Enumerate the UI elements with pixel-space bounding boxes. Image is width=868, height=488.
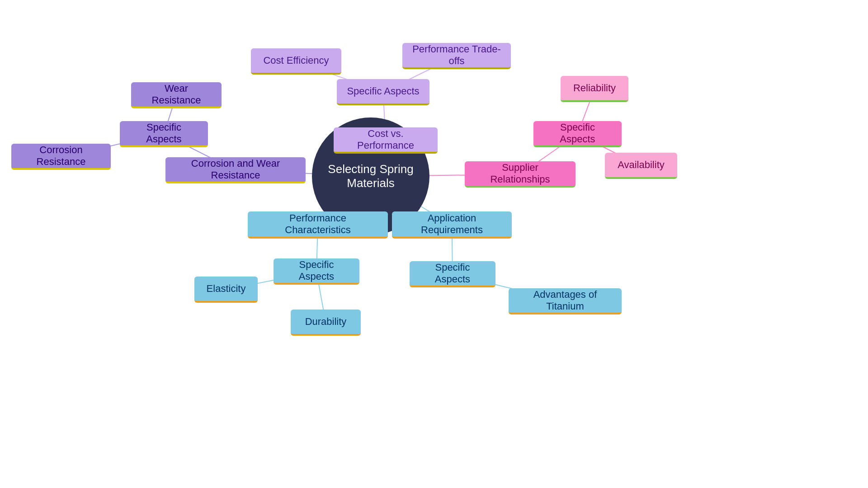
cost-efficiency-node: Cost Efficiency: [251, 48, 341, 75]
specific-aspects-app-node: Specific Aspects: [410, 261, 495, 287]
reliability-node: Reliability: [561, 76, 628, 102]
specific-aspects-pink-node: Specific Aspects: [533, 121, 622, 147]
center-label: Selecting Spring Materials: [312, 162, 429, 190]
performance-characteristics-node: Performance Characteristics: [248, 211, 388, 239]
advantages-titanium-node: Advantages of Titanium: [509, 288, 622, 314]
elasticity-node: Elasticity: [194, 277, 258, 303]
application-requirements-node: Application Requirements: [392, 211, 512, 239]
supplier-relationships-node: Supplier Relationships: [465, 161, 576, 188]
cost-vs-performance-node: Cost vs. Performance: [334, 127, 438, 154]
corrosion-wear-node: Corrosion and Wear Resistance: [165, 157, 306, 183]
specific-aspects-top-node: Specific Aspects: [337, 79, 429, 105]
wear-resistance-node: Wear Resistance: [131, 82, 222, 108]
specific-aspects-perf-node: Specific Aspects: [274, 258, 359, 285]
corrosion-resistance-node: Corrosion Resistance: [11, 144, 111, 170]
specific-aspects-left-node: Specific Aspects: [120, 121, 208, 147]
performance-tradeoffs-node: Performance Trade-offs: [402, 43, 511, 69]
availability-node: Availability: [605, 153, 677, 179]
durability-node: Durability: [291, 310, 361, 336]
